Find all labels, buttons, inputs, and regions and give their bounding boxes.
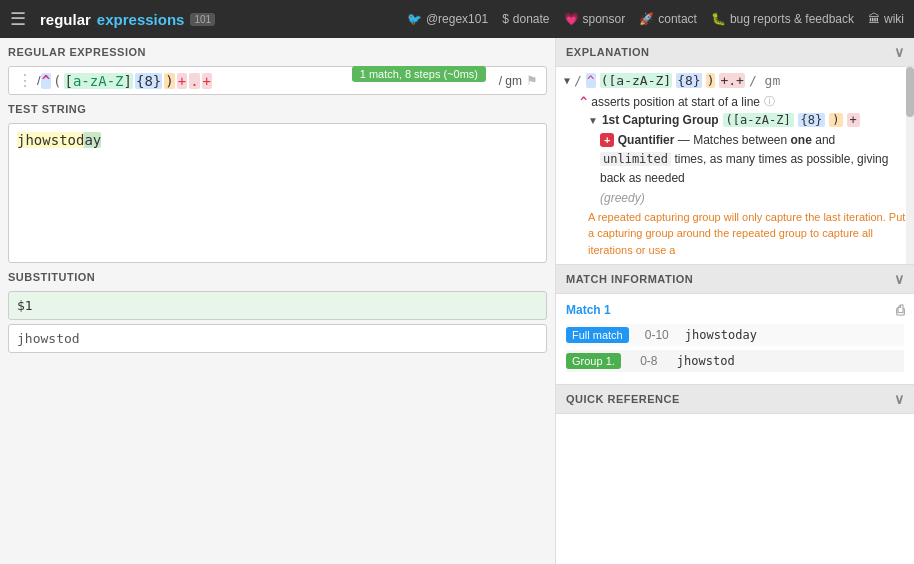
substitution-output: jhowstod: [8, 324, 547, 353]
regex-label: REGULAR EXPRESSION: [8, 46, 547, 58]
match-info-chevron-icon[interactable]: ∨: [894, 271, 905, 287]
full-match-range: 0-10: [637, 328, 677, 342]
logo-badge: 101: [190, 13, 215, 26]
test-match-group: jhowstod: [17, 132, 84, 148]
test-string-label: TEST STRING: [8, 103, 547, 115]
match-badge: 1 match, 8 steps (~0ms): [352, 66, 486, 82]
match-label: Match 1 ⎙: [566, 302, 904, 318]
test-match-full: jhowstoday: [17, 132, 101, 148]
substitution-section: SUBSTITUTION $1 jhowstod: [8, 271, 547, 353]
explanation-caret-item: ^ asserts position at start of a line ⓘ: [564, 94, 906, 109]
nav-bugs[interactable]: 🐛 bug reports & feedback: [711, 12, 854, 26]
explanation-panel: EXPLANATION ∨ ▼ / ^([a-zA-Z]{8})+.+ / gm…: [556, 38, 914, 265]
explanation-group-header: ▼ 1st Capturing Group ([a-zA-Z]{8})+: [572, 113, 906, 127]
nav-sponsor[interactable]: 💗 sponsor: [564, 12, 626, 26]
test-string-box[interactable]: jhowstoday: [8, 123, 547, 263]
quick-ref-label: QUICK REFERENCE: [566, 393, 680, 405]
full-match-row: Full match 0-10 jhowstoday: [566, 324, 904, 346]
site-logo: regularexpressions 101: [40, 11, 215, 28]
help-icon[interactable]: ⓘ: [764, 94, 775, 109]
explanation-chevron-icon[interactable]: ∨: [894, 44, 905, 60]
match-info-label: MATCH INFORMATION: [566, 273, 693, 285]
nav-wiki[interactable]: 🏛 wiki: [868, 12, 904, 26]
match-info-header: MATCH INFORMATION ∨: [556, 265, 914, 294]
substitution-label: SUBSTITUTION: [8, 271, 547, 283]
quick-ref-chevron-icon[interactable]: ∨: [894, 391, 905, 407]
group-collapse-icon[interactable]: ▼: [588, 115, 598, 126]
regex-flag-icon[interactable]: ⚑: [526, 73, 538, 88]
explanation-header: EXPLANATION ∨: [556, 38, 914, 67]
scrollbar-thumb[interactable]: [906, 67, 914, 117]
regex-box: ⋮ / ^([a-zA-Z]{8})+.+ 1 match, 8 steps (…: [8, 66, 547, 95]
group-match-range: 0-8: [629, 354, 669, 368]
explanation-quantifier: + Quantifier — Matches between one and u…: [572, 131, 906, 189]
top-navigation: ☰ regularexpressions 101 🐦 @regex101 $ d…: [0, 0, 914, 38]
test-string-section: TEST STRING jhowstoday: [8, 103, 547, 263]
quick-ref-header: QUICK REFERENCE ∨: [556, 385, 914, 414]
regex-flags: / gm: [499, 74, 522, 88]
main-layout: REGULAR EXPRESSION ⋮ / ^([a-zA-Z]{8})+.+…: [0, 38, 914, 564]
scrollbar-track[interactable]: [906, 67, 914, 264]
expand-triangle-icon[interactable]: ▼: [564, 75, 570, 86]
share-icon[interactable]: ⎙: [896, 302, 904, 318]
nav-twitter[interactable]: 🐦 @regex101: [407, 12, 488, 26]
substitution-input[interactable]: $1: [8, 291, 547, 320]
explanation-content: ▼ / ^([a-zA-Z]{8})+.+ / gm ^ asserts pos…: [556, 67, 914, 264]
logo-expressions: expressions: [97, 11, 185, 28]
group-match-badge: Group 1.: [566, 353, 621, 369]
nav-links: 🐦 @regex101 $ donate 💗 sponsor 🚀 contact…: [407, 12, 904, 26]
group-match-value: jhowstod: [677, 354, 735, 368]
quantifier-badge: +: [600, 133, 614, 147]
explanation-warning: A repeated capturing group will only cap…: [572, 209, 906, 259]
full-match-badge: Full match: [566, 327, 629, 343]
regex-section: REGULAR EXPRESSION ⋮ / ^([a-zA-Z]{8})+.+…: [8, 46, 547, 95]
greedy-label: (greedy): [572, 191, 906, 205]
drag-handle-icon[interactable]: ⋮: [17, 71, 33, 90]
explanation-regex-line: ▼ / ^([a-zA-Z]{8})+.+ / gm: [564, 73, 906, 88]
nav-donate[interactable]: $ donate: [502, 12, 549, 26]
regex-caret: ^: [41, 73, 51, 89]
quick-ref-panel: QUICK REFERENCE ∨: [556, 385, 914, 564]
left-panel: REGULAR EXPRESSION ⋮ / ^([a-zA-Z]{8})+.+…: [0, 38, 555, 564]
nav-contact[interactable]: 🚀 contact: [639, 12, 697, 26]
hamburger-menu[interactable]: ☰: [10, 8, 26, 30]
logo-regular: regular: [40, 11, 91, 28]
explanation-label: EXPLANATION: [566, 46, 650, 58]
full-match-value: jhowstoday: [685, 328, 757, 342]
match-info-panel: MATCH INFORMATION ∨ Match 1 ⎙ Full match…: [556, 265, 914, 385]
right-panel: EXPLANATION ∨ ▼ / ^([a-zA-Z]{8})+.+ / gm…: [555, 38, 914, 564]
match-info-content: Match 1 ⎙ Full match 0-10 jhowstoday Gro…: [556, 294, 914, 384]
group-match-row: Group 1. 0-8 jhowstod: [566, 350, 904, 372]
